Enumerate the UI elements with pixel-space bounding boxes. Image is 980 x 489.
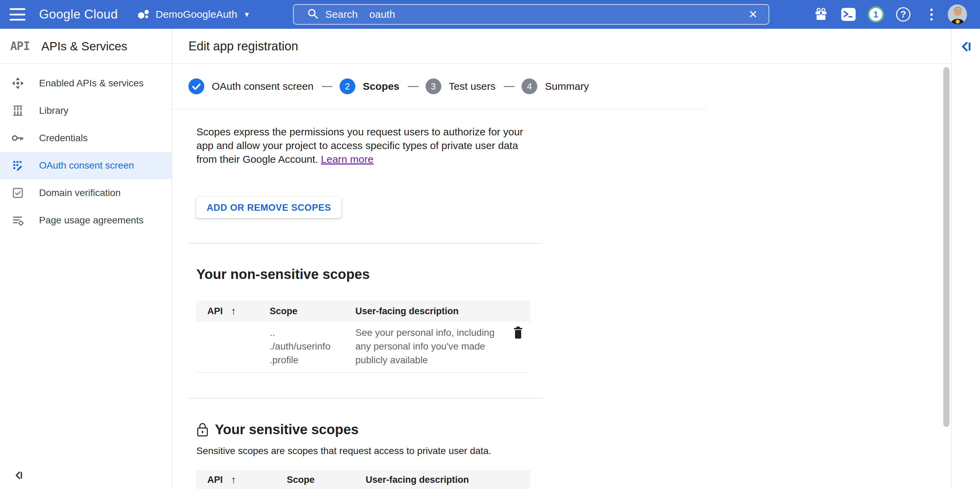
step-separator [408, 86, 419, 87]
lock-icon [196, 422, 209, 437]
step-label-summary[interactable]: Summary [545, 81, 589, 92]
agreements-list-gear-icon [10, 213, 25, 227]
page-title: Edit app registration [188, 39, 298, 53]
sort-ascending-icon[interactable]: ↑ [231, 474, 236, 486]
enabled-apis-icon [10, 76, 25, 90]
chevron-down-icon: ▾ [245, 10, 249, 19]
project-hexagon-icon [137, 8, 151, 21]
sidebar-item-library[interactable]: Library [0, 97, 172, 124]
scope-description: See your personal info, including any pe… [344, 322, 495, 373]
sidebar-item-label: Credentials [39, 132, 88, 143]
cloud-shell-icon[interactable] [839, 0, 858, 29]
page-header: Edit app registration [172, 29, 951, 64]
nonsensitive-scopes-table: API ↑ Scope User-facing description .. .… [196, 301, 530, 373]
clear-search-icon[interactable]: ✕ [748, 5, 757, 24]
sidebar-item-page-usage-agreements[interactable]: Page usage agreements [0, 207, 172, 234]
step-separator [322, 86, 333, 87]
section-divider [188, 243, 542, 244]
vertical-scrollbar[interactable] [943, 67, 950, 427]
search-query-text: oauth [369, 9, 395, 20]
oauth-consent-icon [10, 159, 25, 172]
api-product-logo: API [10, 40, 30, 53]
sensitive-scopes-subtext: Sensitive scopes are scopes that request… [196, 446, 951, 456]
notification-count-badge: 1 [868, 6, 884, 22]
search-icon [307, 8, 319, 21]
learn-more-link[interactable]: Learn more [321, 153, 374, 165]
sidebar-item-domain-verification[interactable]: Domain verification [0, 179, 172, 207]
scope-value: .. ./auth/userinfo .profile [259, 322, 344, 373]
nonsensitive-scopes-heading: Your non-sensitive scopes [196, 267, 951, 282]
avatar[interactable] [948, 0, 967, 29]
section-divider [188, 398, 542, 398]
sidebar-item-credentials[interactable]: Credentials [0, 124, 172, 152]
column-header-description: User-facing description [344, 306, 495, 317]
sidebar-title: APIs & Services [41, 40, 127, 53]
column-header-scope: Scope [276, 475, 355, 485]
main-content: Edit app registration OAuth consent scre… [172, 29, 951, 489]
sensitive-scopes-table: API ↑ Scope User-facing description No r… [196, 470, 530, 489]
key-icon [10, 131, 25, 145]
menu-icon[interactable] [10, 8, 25, 21]
column-header-scope: Scope [259, 306, 344, 317]
right-side-panel [951, 29, 980, 489]
column-header-api: API [207, 306, 223, 317]
search-label: Search [325, 9, 358, 20]
library-icon [10, 104, 25, 117]
column-header-api: API [207, 475, 223, 485]
sidebar-item-label: Page usage agreements [39, 215, 143, 226]
step-separator [504, 86, 515, 87]
sidebar: API APIs & Services Enabled APIs & s [0, 29, 172, 489]
sidebar-item-label: Enabled APIs & services [39, 78, 143, 89]
sensitive-scopes-heading: Your sensitive scopes [196, 422, 951, 437]
google-cloud-logo[interactable]: Google Cloud [39, 7, 118, 22]
table-header-row: API ↑ Scope User-facing description [196, 470, 530, 489]
sidebar-item-label: Library [39, 105, 68, 116]
registration-stepper: OAuth consent screen 2 Scopes 3 Test use… [172, 64, 706, 109]
column-header-description: User-facing description [355, 475, 506, 485]
more-options-icon[interactable] [922, 0, 941, 29]
sidebar-item-enabled-apis[interactable]: Enabled APIs & services [0, 70, 172, 97]
help-icon[interactable]: ? [894, 0, 913, 29]
notifications-icon[interactable]: 1 [866, 0, 885, 29]
sidebar-item-label: Domain verification [39, 188, 121, 198]
project-selector[interactable]: DemoGoogleAuth ▾ [137, 8, 249, 21]
collapse-panel-icon[interactable] [958, 39, 974, 56]
project-name: DemoGoogleAuth [156, 9, 237, 20]
step-label-test-users[interactable]: Test users [449, 81, 496, 92]
sidebar-item-oauth-consent-screen[interactable]: OAuth consent screen [0, 152, 172, 179]
step-oauth-consent-check-icon[interactable] [188, 78, 204, 94]
step-label-scopes[interactable]: Scopes [363, 81, 399, 92]
top-navigation-bar: Google Cloud DemoGoogleAuth ▾ Search oau [0, 0, 980, 29]
sort-ascending-icon[interactable]: ↑ [231, 305, 236, 317]
table-header-row: API ↑ Scope User-facing description [196, 301, 530, 322]
free-trial-gift-icon[interactable] [811, 0, 830, 29]
collapse-sidebar-icon[interactable] [12, 469, 25, 483]
delete-scope-icon[interactable] [495, 322, 530, 373]
add-or-remove-scopes-button[interactable]: ADD OR REMOVE SCOPES [196, 197, 341, 218]
sidebar-header: API APIs & Services [0, 29, 172, 64]
scopes-description: Scopes express the permissions you reque… [196, 125, 527, 166]
step-2-circle[interactable]: 2 [340, 78, 355, 94]
step-4-circle[interactable]: 4 [522, 78, 537, 94]
table-row: .. ./auth/userinfo .profile See your per… [196, 322, 530, 373]
step-label-oauth-consent[interactable]: OAuth consent screen [212, 81, 313, 92]
checkbox-icon [10, 186, 25, 199]
search-input[interactable]: Search oauth ✕ [293, 4, 769, 25]
sidebar-item-label: OAuth consent screen [39, 160, 134, 171]
step-3-circle[interactable]: 3 [426, 78, 441, 94]
google-cloud-console: Google Cloud DemoGoogleAuth ▾ Search oau [0, 0, 980, 489]
